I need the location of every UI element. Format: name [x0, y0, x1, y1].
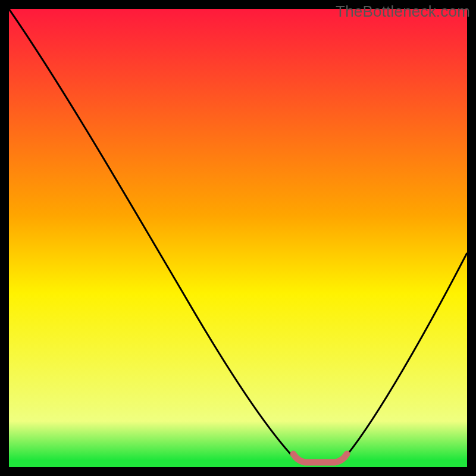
- watermark-text: TheBottleneck.com: [336, 2, 470, 21]
- curve-path: [9, 9, 467, 464]
- bottleneck-curve: [9, 9, 467, 467]
- plot-area: [9, 9, 467, 467]
- optimal-marker: [293, 454, 347, 462]
- chart-frame: TheBottleneck.com: [0, 0, 476, 476]
